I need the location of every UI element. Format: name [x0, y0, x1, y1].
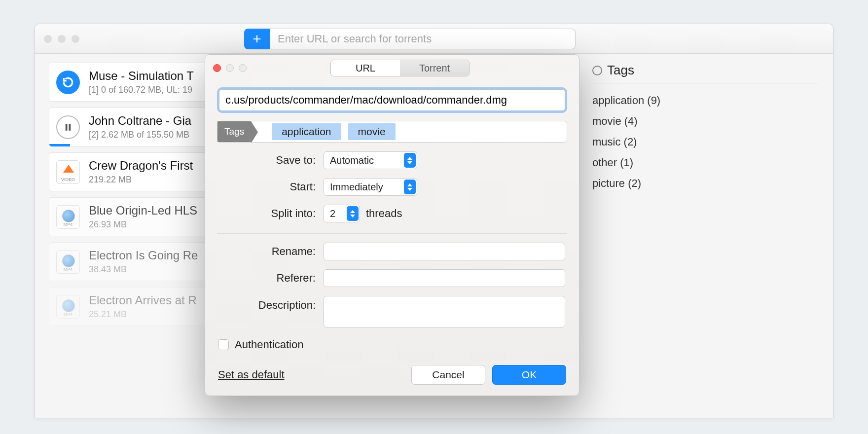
cancel-button[interactable]: Cancel — [411, 365, 485, 385]
mp4-file-icon: MP4 — [56, 250, 80, 274]
tab-url[interactable]: URL — [331, 60, 400, 76]
rename-input[interactable] — [324, 243, 565, 260]
dialog-footer: Set as default Cancel OK — [205, 351, 579, 385]
toolbar: + — [35, 24, 833, 54]
tag-filter[interactable]: movie (4) — [592, 111, 818, 132]
chevron-updown-icon — [347, 206, 359, 221]
plus-icon: + — [253, 31, 261, 47]
progress-bar — [49, 144, 70, 146]
tag-filter[interactable]: music (2) — [592, 132, 818, 152]
video-file-icon: VIDEO — [56, 160, 80, 184]
start-value: Immediately — [330, 181, 383, 193]
dialog-body: Tags application movie Save to: Automati… — [205, 81, 579, 327]
chevron-updown-icon — [404, 153, 416, 168]
download-title: Blue Origin-Led HLS — [89, 204, 197, 217]
ok-button[interactable]: OK — [492, 365, 566, 385]
description-label: Description: — [217, 296, 316, 312]
radio-icon[interactable] — [592, 66, 602, 75]
download-sub: [1] 0 of 160.72 MB, UL: 19 — [89, 85, 194, 95]
download-title: Muse - Simulation T — [89, 69, 194, 83]
tags-header[interactable]: Tags — [592, 63, 818, 83]
download-sub: 219.22 MB — [89, 175, 193, 185]
search-input[interactable] — [270, 29, 576, 49]
add-button[interactable]: + — [244, 29, 270, 49]
download-sub: 25.21 MB — [89, 309, 197, 320]
divider — [217, 233, 567, 234]
download-title: Electron Arrives at R — [89, 293, 197, 307]
add-download-dialog: URL Torrent Tags application movie Save … — [205, 54, 579, 396]
pause-icon[interactable] — [56, 115, 80, 139]
minimize-icon[interactable] — [58, 35, 66, 43]
download-sub: [2] 2.62 MB of 155.50 MB — [89, 130, 191, 140]
mp4-file-icon: MP4 — [56, 295, 80, 319]
tags-sidebar: Tags application (9) movie (4) music (2)… — [578, 54, 833, 418]
split-into-label: Split into: — [217, 207, 316, 220]
start-select[interactable]: Immediately — [324, 178, 417, 196]
close-icon[interactable] — [213, 64, 221, 72]
mp4-file-icon: MP4 — [56, 205, 80, 229]
rename-label: Rename: — [217, 245, 316, 258]
download-sub: 26.93 MB — [89, 219, 197, 230]
save-to-value: Automatic — [330, 155, 374, 166]
set-as-default-link[interactable]: Set as default — [218, 368, 285, 381]
description-input[interactable] — [324, 296, 565, 327]
threads-suffix: threads — [366, 207, 402, 220]
url-input[interactable] — [219, 89, 565, 111]
url-field-focus-ring — [217, 87, 567, 113]
threads-value: 2 — [330, 208, 335, 219]
tags-input[interactable]: Tags application movie — [217, 121, 567, 143]
zoom-icon — [239, 64, 247, 72]
referer-input[interactable] — [324, 269, 565, 287]
tab-torrent[interactable]: Torrent — [400, 60, 469, 76]
svg-rect-1 — [69, 124, 71, 131]
search-bar: + — [244, 29, 576, 49]
download-sub: 38.43 MB — [89, 264, 198, 275]
tag-chip[interactable]: application — [272, 123, 341, 140]
threads-stepper[interactable]: 2 — [324, 205, 360, 222]
tags-title: Tags — [607, 63, 634, 78]
chevron-updown-icon — [404, 180, 416, 194]
window-controls — [44, 35, 79, 43]
tags-label-icon: Tags — [217, 121, 251, 142]
save-to-select[interactable]: Automatic — [324, 151, 417, 169]
svg-rect-0 — [66, 124, 68, 131]
download-title: Crew Dragon's First — [89, 159, 193, 173]
close-icon[interactable] — [44, 35, 52, 43]
tag-filter[interactable]: other (1) — [592, 152, 818, 173]
minimize-icon — [226, 64, 234, 72]
authentication-label: Authentication — [235, 338, 303, 351]
authentication-row: Authentication — [205, 327, 579, 351]
tag-chip[interactable]: movie — [348, 123, 396, 140]
dialog-titlebar: URL Torrent — [205, 55, 579, 81]
download-title: John Coltrane - Gia — [89, 114, 191, 128]
download-title: Electron Is Going Re — [89, 249, 198, 262]
retry-icon[interactable] — [56, 71, 80, 94]
authentication-checkbox[interactable] — [218, 339, 229, 350]
tag-filter[interactable]: application (9) — [592, 90, 818, 111]
save-to-label: Save to: — [217, 154, 316, 167]
zoom-icon[interactable] — [72, 35, 79, 43]
start-label: Start: — [217, 181, 316, 193]
tag-filter[interactable]: picture (2) — [592, 173, 818, 194]
source-tabs: URL Torrent — [330, 60, 470, 76]
referer-label: Referer: — [217, 272, 316, 285]
